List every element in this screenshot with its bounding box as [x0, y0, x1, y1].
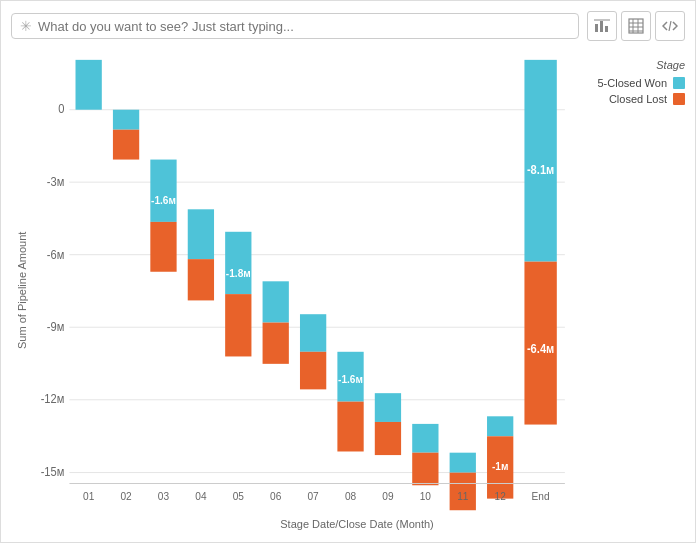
- legend-label-won: 5-Closed Won: [598, 77, 668, 89]
- snowflake-icon: ✳: [20, 18, 32, 34]
- bar-05-blue: [225, 232, 251, 294]
- main-container: ✳: [0, 0, 696, 543]
- svg-rect-0: [595, 24, 598, 32]
- bar-06-orange: [263, 323, 289, 364]
- bar-end-blue: [524, 60, 556, 262]
- svg-text:-1.6м: -1.6м: [151, 195, 176, 206]
- svg-text:0: 0: [58, 103, 64, 115]
- toolbar-buttons: [587, 11, 685, 41]
- chart-content: 0 -3м -6м -9м -12м -15м: [29, 49, 685, 532]
- svg-text:-3м: -3м: [47, 175, 65, 187]
- x-axis-label: Stage Date/Close Date (Month): [29, 516, 685, 532]
- svg-text:-15м: -15м: [41, 465, 65, 477]
- legend-item-won: 5-Closed Won: [583, 77, 685, 89]
- bar-02-blue: [113, 110, 139, 130]
- svg-text:-1.8м: -1.8м: [226, 268, 251, 279]
- bar-10-blue: [412, 424, 438, 453]
- bar-04-orange: [188, 259, 214, 300]
- bar-12-blue: [487, 416, 513, 436]
- bar-01-blue: [76, 60, 102, 110]
- y-axis-label: Sum of Pipeline Amount: [11, 49, 29, 532]
- bar-02-orange: [113, 130, 139, 160]
- svg-text:-6.4м: -6.4м: [527, 343, 554, 355]
- svg-text:-1.6м: -1.6м: [338, 374, 363, 385]
- legend: Stage 5-Closed Won Closed Lost: [575, 49, 685, 516]
- legend-box-lost: [673, 93, 685, 105]
- legend-title: Stage: [583, 59, 685, 71]
- svg-text:-9м: -9м: [47, 321, 65, 333]
- chart-type-button[interactable]: [587, 11, 617, 41]
- chart-type-icon: [594, 18, 610, 34]
- bar-05-orange: [225, 294, 251, 356]
- header: ✳: [11, 11, 685, 41]
- bar-09-blue: [375, 393, 401, 422]
- svg-text:02: 02: [120, 490, 131, 501]
- chart-inner: 0 -3м -6м -9м -12м -15м: [29, 49, 685, 516]
- svg-text:09: 09: [382, 490, 393, 501]
- bar-07-orange: [300, 352, 326, 390]
- svg-text:07: 07: [307, 490, 318, 501]
- svg-text:08: 08: [345, 490, 356, 501]
- bar-10-orange: [412, 453, 438, 486]
- svg-rect-1: [600, 21, 603, 32]
- table-icon: [628, 18, 644, 34]
- svg-text:04: 04: [195, 490, 206, 501]
- svg-text:-12м: -12м: [41, 393, 65, 405]
- bar-03-blue: [150, 160, 176, 222]
- search-bar[interactable]: ✳: [11, 13, 579, 39]
- svg-text:03: 03: [158, 490, 169, 501]
- svg-text:11: 11: [457, 490, 468, 501]
- legend-box-won: [673, 77, 685, 89]
- svg-text:01: 01: [83, 490, 94, 501]
- chart-plot: 0 -3м -6м -9м -12м -15м: [29, 49, 575, 516]
- svg-text:12: 12: [495, 490, 506, 501]
- svg-text:-6м: -6м: [47, 248, 65, 260]
- legend-label-lost: Closed Lost: [609, 93, 667, 105]
- svg-text:End: End: [532, 490, 550, 501]
- svg-rect-2: [605, 26, 608, 32]
- svg-text:-1м: -1м: [492, 461, 509, 472]
- bar-08-orange: [337, 402, 363, 452]
- svg-text:10: 10: [420, 490, 431, 501]
- bar-06-blue: [263, 281, 289, 322]
- svg-text:05: 05: [233, 490, 244, 501]
- bar-11-blue: [450, 453, 476, 473]
- legend-item-lost: Closed Lost: [583, 93, 685, 105]
- bar-03-orange: [150, 222, 176, 272]
- search-input[interactable]: [38, 19, 570, 34]
- bar-04-blue: [188, 209, 214, 259]
- svg-text:-8.1м: -8.1м: [527, 164, 554, 176]
- chart-svg: 0 -3м -6м -9м -12м -15м: [29, 49, 575, 516]
- bar-07-blue: [300, 314, 326, 352]
- bar-09-orange: [375, 422, 401, 455]
- code-button[interactable]: [655, 11, 685, 41]
- svg-text:06: 06: [270, 490, 281, 501]
- svg-line-10: [669, 21, 671, 31]
- table-button[interactable]: [621, 11, 651, 41]
- chart-area: Sum of Pipeline Amount: [11, 49, 685, 532]
- code-icon: [662, 18, 678, 34]
